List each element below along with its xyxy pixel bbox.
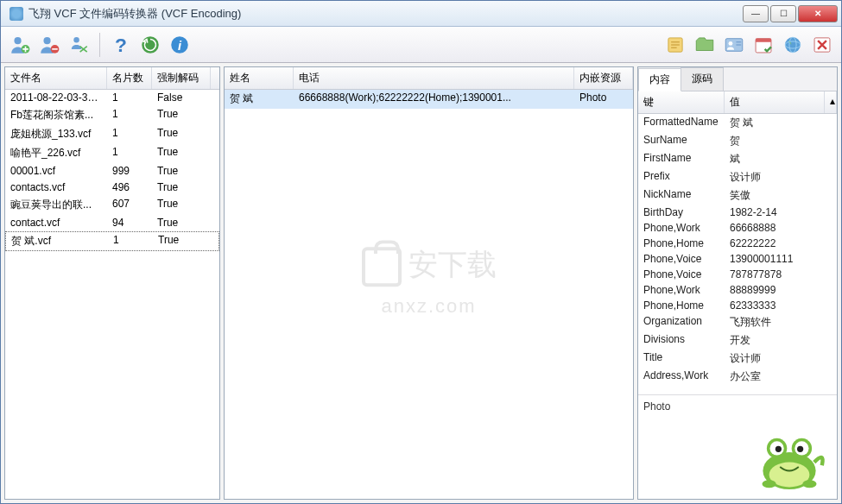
tab-content[interactable]: 内容 xyxy=(638,68,681,91)
detail-key: Organization xyxy=(638,313,725,331)
col-filename[interactable]: 文件名 xyxy=(5,67,107,89)
detail-grid[interactable]: 键 值 ▴ FormattedName贺 斌SurName贺FirstName斌… xyxy=(638,91,837,395)
svg-point-25 xyxy=(797,446,803,452)
file-name: 00001.vcf xyxy=(5,163,107,179)
file-row[interactable]: 喻艳平_226.vcf1True xyxy=(5,144,219,163)
file-name: 贺 斌.vcf xyxy=(6,232,108,250)
file-cardcount: 1 xyxy=(107,125,152,143)
detail-row[interactable]: Organization飞翔软件 xyxy=(638,313,837,331)
photo-preview xyxy=(643,414,832,494)
col-phone[interactable]: 电话 xyxy=(294,67,574,89)
calendar-icon[interactable] xyxy=(751,33,776,57)
detail-value: 笑傲 xyxy=(725,186,837,205)
detail-value: 飞翔软件 xyxy=(725,313,837,331)
detail-value: 设计师 xyxy=(725,350,837,368)
file-row[interactable]: 2011-08-22-03-31-...1False xyxy=(5,90,219,106)
col-name[interactable]: 姓名 xyxy=(225,67,294,89)
col-scroll-up[interactable]: ▴ xyxy=(825,91,837,113)
detail-row[interactable]: Divisions开发 xyxy=(638,331,837,350)
file-row[interactable]: 贺 斌.vcf1True xyxy=(5,231,219,251)
detail-row[interactable]: FormattedName贺 斌 xyxy=(638,114,837,132)
detail-row[interactable]: Phone,Voice787877878 xyxy=(638,267,837,282)
card-row[interactable]: 贺 斌66668888(Work);62222222(Home);1390001… xyxy=(225,90,633,109)
col-forcedecode[interactable]: 强制解码 xyxy=(152,67,211,89)
tab-source[interactable]: 源码 xyxy=(681,67,724,91)
detail-row[interactable]: Phone,Home62222222 xyxy=(638,236,837,251)
detail-row[interactable]: NickName笑傲 xyxy=(638,186,837,205)
col-value[interactable]: 值 xyxy=(725,91,825,113)
col-cardcount[interactable]: 名片数 xyxy=(107,67,152,89)
info-icon[interactable]: i xyxy=(168,33,192,57)
svg-point-26 xyxy=(763,480,776,488)
detail-value: 88889999 xyxy=(725,282,837,298)
detail-row[interactable]: BirthDay1982-2-14 xyxy=(638,205,837,220)
file-row[interactable]: Fb莲花阁茶馆素...1True xyxy=(5,106,219,125)
add-user-icon[interactable] xyxy=(8,33,32,57)
card-list-header: 姓名 电话 内嵌资源 xyxy=(225,67,633,90)
contact-card-icon[interactable] xyxy=(722,33,746,57)
delete-icon[interactable] xyxy=(810,33,834,57)
card-list-body[interactable]: 贺 斌66668888(Work);62222222(Home);1390001… xyxy=(225,90,633,499)
minimize-button[interactable] xyxy=(743,5,769,22)
svg-point-14 xyxy=(785,37,801,53)
file-cardcount: 1 xyxy=(107,90,152,105)
detail-key: NickName xyxy=(638,186,725,205)
file-row[interactable]: 豌豆荚导出的联...607True xyxy=(5,196,219,215)
photo-area: Photo xyxy=(638,395,837,499)
detail-row[interactable]: SurName贺 xyxy=(638,132,837,150)
detail-value: 66668888 xyxy=(725,220,837,236)
maximize-button[interactable] xyxy=(770,5,796,22)
file-list-body[interactable]: 2011-08-22-03-31-...1FalseFb莲花阁茶馆素...1Tr… xyxy=(5,90,219,499)
file-name: Fb莲花阁茶馆素... xyxy=(5,106,107,124)
detail-key: Address,Work xyxy=(638,368,725,386)
detail-row[interactable]: Phone,Voice13900001111 xyxy=(638,251,837,267)
detail-row[interactable]: Title设计师 xyxy=(638,350,837,368)
svg-text:?: ? xyxy=(115,34,127,56)
refresh-icon[interactable] xyxy=(138,33,162,57)
file-decode: True xyxy=(152,163,211,179)
titlebar[interactable]: 飞翔 VCF 文件编码转换器 (VCF Encoding) xyxy=(1,1,841,27)
col-key[interactable]: 键 xyxy=(638,91,725,113)
file-cardcount: 607 xyxy=(107,196,152,214)
toolbar: ? i xyxy=(1,27,841,63)
detail-row[interactable]: Phone,Work66668888 xyxy=(638,220,837,236)
detail-row[interactable]: Phone,Home62333333 xyxy=(638,298,837,313)
globe-icon[interactable] xyxy=(781,33,805,57)
file-decode: True xyxy=(152,196,211,214)
svg-point-27 xyxy=(802,480,816,488)
detail-row[interactable]: Prefix设计师 xyxy=(638,168,837,186)
notes-icon[interactable] xyxy=(663,33,687,57)
file-list-panel: 文件名 名片数 强制解码 2011-08-22-03-31-...1FalseF… xyxy=(4,66,220,500)
detail-key: SurName xyxy=(638,132,725,150)
detail-value: 787877878 xyxy=(725,267,837,282)
detail-key: Phone,Voice xyxy=(638,251,725,267)
help-icon[interactable]: ? xyxy=(109,33,133,57)
detail-key: Title xyxy=(638,350,725,368)
detail-row[interactable]: FirstName斌 xyxy=(638,150,837,168)
svg-rect-13 xyxy=(756,38,771,41)
detail-key: Divisions xyxy=(638,331,725,350)
file-decode: True xyxy=(152,106,211,124)
folder-icon[interactable] xyxy=(693,33,717,57)
file-row[interactable]: 庞姐桃源_133.vcf1True xyxy=(5,125,219,144)
file-row[interactable]: contact.vcf94True xyxy=(5,215,219,231)
file-row[interactable]: 00001.vcf999True xyxy=(5,163,219,180)
photo-image xyxy=(750,428,828,490)
detail-key: Phone,Work xyxy=(638,220,725,236)
detail-key: FirstName xyxy=(638,150,725,168)
close-button[interactable] xyxy=(798,5,838,22)
svg-point-11 xyxy=(729,41,733,45)
file-name: 豌豆荚导出的联... xyxy=(5,196,107,214)
detail-row[interactable]: Phone,Work88889999 xyxy=(638,282,837,298)
file-decode: False xyxy=(152,90,211,105)
remove-user-icon[interactable] xyxy=(37,33,61,57)
detail-key: Prefix xyxy=(638,168,725,186)
detail-value: 62222222 xyxy=(725,236,837,251)
card-resource: Photo xyxy=(574,90,633,108)
file-row[interactable]: contacts.vcf496True xyxy=(5,180,219,196)
content-area: 文件名 名片数 强制解码 2011-08-22-03-31-...1FalseF… xyxy=(1,63,841,503)
col-resource[interactable]: 内嵌资源 xyxy=(574,67,633,89)
swap-user-icon[interactable] xyxy=(66,33,91,57)
svg-point-4 xyxy=(73,37,79,43)
detail-row[interactable]: Address,Work办公室 xyxy=(638,368,837,386)
